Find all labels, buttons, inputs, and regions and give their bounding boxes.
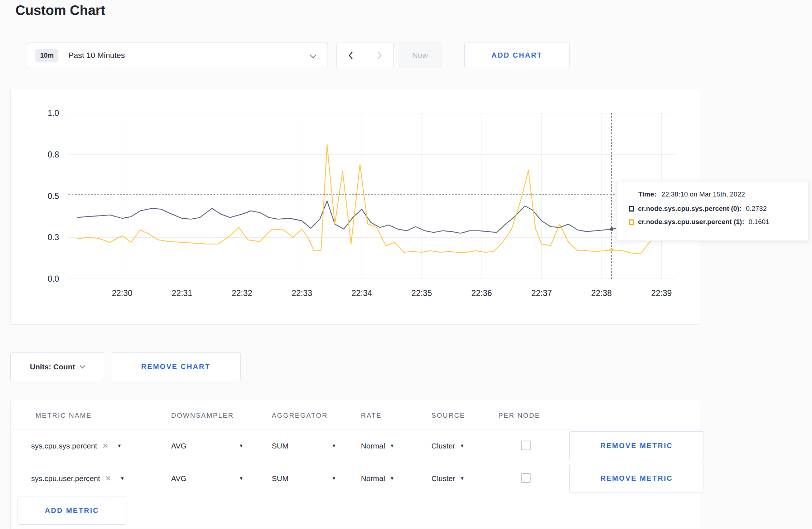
- col-header-rate: RATE: [361, 412, 382, 419]
- caret-down-icon: ▼: [390, 476, 395, 481]
- source-select[interactable]: Cluster ▼: [431, 462, 464, 495]
- tooltip-time-label: Time:: [638, 190, 656, 198]
- caret-down-icon: ▼: [332, 476, 336, 481]
- col-header-source: SOURCE: [431, 412, 465, 419]
- add-chart-button[interactable]: ADD CHART: [464, 43, 570, 68]
- svg-text:22:31: 22:31: [172, 288, 193, 298]
- tooltip-user-metric: cr.node.sys.cpu.user.percent (1):: [638, 218, 744, 226]
- metric-name-select[interactable]: sys.cpu.user.percent ✕ ▼: [31, 462, 144, 495]
- svg-text:22:30: 22:30: [112, 288, 132, 298]
- now-button[interactable]: Now: [399, 43, 441, 68]
- caret-down-icon: ▼: [239, 476, 243, 481]
- table-row: sys.cpu.user.percent ✕ ▼ AVG ▼ SUM ▼ Nor…: [11, 462, 700, 494]
- tooltip-sys-metric: cr.node.sys.cpu.sys.percent (0):: [638, 205, 741, 213]
- svg-text:22:34: 22:34: [352, 288, 372, 298]
- chevron-down-icon: [310, 52, 316, 58]
- svg-text:22:38: 22:38: [591, 288, 612, 298]
- svg-text:0.0: 0.0: [48, 274, 59, 283]
- caret-down-icon: ▼: [239, 443, 243, 448]
- clear-metric-icon[interactable]: ✕: [105, 474, 112, 483]
- caret-down-icon: ▼: [332, 443, 336, 448]
- rate-value: Normal: [361, 474, 385, 483]
- caret-down-icon: ▼: [460, 443, 465, 448]
- per-node-checkbox[interactable]: [521, 441, 531, 450]
- custom-chart-page: Custom Chart 10m Past 10 Minutes Now ADD…: [0, 0, 812, 529]
- tooltip-user-value: 0.1601: [749, 218, 769, 226]
- downsampler-value: AVG: [171, 474, 187, 483]
- units-label: Units: Count: [30, 363, 75, 371]
- svg-text:0.5: 0.5: [48, 191, 59, 201]
- legend-swatch-user-icon: [629, 219, 634, 225]
- chevron-right-icon: [376, 50, 383, 60]
- remove-metric-button[interactable]: REMOVE METRIC: [569, 431, 704, 460]
- downsampler-select[interactable]: AVG ▼: [171, 462, 243, 495]
- caret-down-icon: ▼: [120, 476, 125, 481]
- downsampler-value: AVG: [171, 442, 187, 450]
- toolbar-divider: [16, 43, 16, 68]
- caret-down-icon: ▼: [460, 476, 465, 481]
- col-header-downsampler: DOWNSAMPLER: [171, 412, 234, 419]
- next-time-button[interactable]: [365, 43, 393, 68]
- chart-tooltip: Time:22:38:10 on Mar 15th, 2022 cr.node.…: [616, 181, 808, 241]
- svg-text:22:39: 22:39: [651, 288, 672, 298]
- timeseries-chart[interactable]: 0.00.30.50.81.022:3022:3122:3222:3322:34…: [11, 88, 701, 325]
- per-node-checkbox[interactable]: [521, 473, 531, 483]
- svg-text:22:35: 22:35: [411, 288, 432, 298]
- page-title: Custom Chart: [15, 3, 105, 18]
- col-header-per-node: PER NODE: [498, 412, 540, 419]
- time-range-badge: 10m: [35, 49, 58, 62]
- col-header-aggregator: AGGREGATOR: [272, 412, 328, 419]
- rate-select[interactable]: Normal ▼: [361, 462, 395, 495]
- col-header-metric-name: METRIC NAME: [35, 412, 92, 419]
- metric-name-select[interactable]: sys.cpu.sys.percent ✕ ▼: [31, 429, 144, 462]
- aggregator-select[interactable]: SUM ▼: [272, 429, 336, 462]
- svg-text:22:36: 22:36: [472, 288, 492, 298]
- legend-swatch-sys-icon: [629, 206, 634, 212]
- time-range-select[interactable]: 10m Past 10 Minutes: [27, 43, 328, 68]
- clear-metric-icon[interactable]: ✕: [102, 442, 108, 450]
- aggregator-value: SUM: [272, 474, 289, 483]
- table-row: sys.cpu.sys.percent ✕ ▼ AVG ▼ SUM ▼ Norm…: [11, 429, 700, 462]
- caret-down-icon: ▼: [117, 443, 122, 448]
- chevron-down-icon: [80, 363, 86, 369]
- svg-text:0.3: 0.3: [48, 233, 59, 242]
- chevron-left-icon: [348, 50, 354, 60]
- units-select[interactable]: Units: Count: [10, 352, 104, 381]
- tooltip-sys-value: 0.2732: [746, 205, 767, 213]
- aggregator-value: SUM: [272, 442, 289, 450]
- aggregator-select[interactable]: SUM ▼: [272, 462, 336, 495]
- remove-metric-button[interactable]: REMOVE METRIC: [569, 464, 704, 493]
- source-value: Cluster: [431, 474, 455, 483]
- time-nav-group: [336, 43, 394, 68]
- metric-name-value: sys.cpu.user.percent: [31, 474, 100, 483]
- downsampler-select[interactable]: AVG ▼: [171, 429, 243, 462]
- rate-select[interactable]: Normal ▼: [361, 429, 395, 462]
- chart-card[interactable]: 0.00.30.50.81.022:3022:3122:3222:3322:34…: [10, 88, 700, 325]
- tooltip-time-value: 22:38:10 on Mar 15th, 2022: [661, 190, 745, 198]
- time-range-label: Past 10 Minutes: [68, 51, 125, 60]
- svg-text:0.8: 0.8: [48, 150, 59, 159]
- metric-name-value: sys.cpu.sys.percent: [31, 442, 97, 450]
- prev-time-button[interactable]: [337, 43, 365, 68]
- source-select[interactable]: Cluster ▼: [431, 429, 464, 462]
- rate-value: Normal: [361, 442, 385, 450]
- source-value: Cluster: [431, 442, 455, 450]
- add-metric-button[interactable]: ADD METRIC: [18, 496, 126, 525]
- caret-down-icon: ▼: [390, 443, 395, 448]
- svg-text:1.0: 1.0: [48, 108, 59, 118]
- remove-chart-button[interactable]: REMOVE CHART: [111, 352, 241, 381]
- svg-text:22:33: 22:33: [291, 288, 312, 298]
- svg-text:22:37: 22:37: [531, 288, 552, 298]
- svg-text:22:32: 22:32: [232, 288, 252, 298]
